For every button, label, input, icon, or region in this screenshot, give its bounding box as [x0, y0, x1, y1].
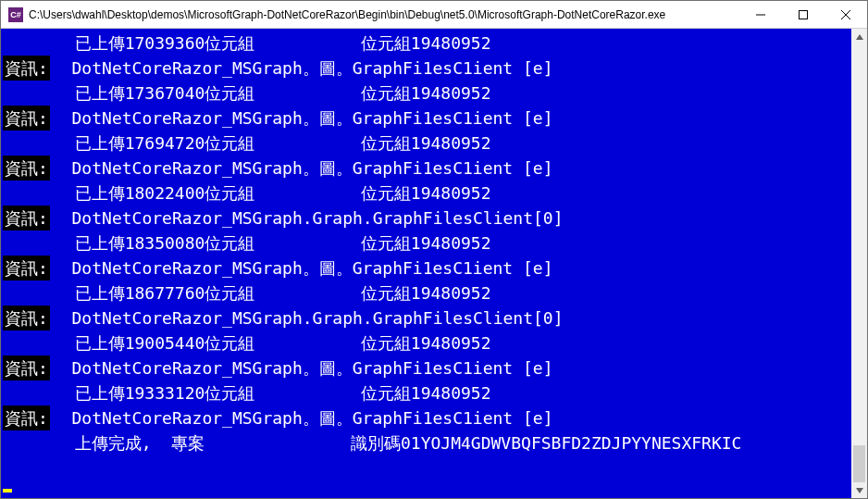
- uploaded-bytes: 已上傳17694720位元組: [55, 131, 351, 156]
- scrollbar-track[interactable]: [851, 44, 867, 482]
- upload-complete-line: 上傳完成, 專案識別碼01YOJM4GDWVBQFSBFD2ZDJPYYNESX…: [3, 430, 862, 455]
- log-level-badge: 資訊:: [3, 106, 50, 131]
- total-bytes: 位元組19480952: [351, 380, 491, 405]
- app-icon: C#: [8, 7, 23, 22]
- app-window: C# C:\Users\dwahl\Desktop\demos\Microsof…: [0, 0, 868, 499]
- log-source-line: 資訊: DotNetCoreRazor_MSGraph。圖。GraphFi1es…: [3, 356, 862, 380]
- upload-progress-line: 已上傳18350080位元組 位元組19480952: [3, 231, 862, 256]
- log-level-badge: 資訊:: [3, 306, 50, 331]
- total-bytes: 位元組19480952: [351, 81, 491, 106]
- upload-progress-line: 已上傳18022400位元組 位元組19480952: [3, 181, 862, 206]
- log-source-line: 資訊: DotNetCoreRazor_MSGraph。圖。GraphFi1es…: [3, 405, 862, 430]
- close-button[interactable]: [825, 1, 867, 28]
- minimize-button[interactable]: [739, 1, 782, 28]
- uploaded-bytes: 已上傳19333120位元組: [55, 380, 351, 405]
- upload-progress-line: 已上傳19333120位元組 位元組19480952: [3, 380, 862, 405]
- uploaded-bytes: 已上傳18350080位元組: [55, 231, 351, 256]
- log-source-text: DotNetCoreRazor_MSGraph。圖。GraphFi1esC1ie…: [72, 405, 553, 430]
- total-bytes: 位元組19480952: [351, 31, 491, 56]
- upload-progress-line: 已上傳17694720位元組 位元組19480952: [3, 131, 862, 156]
- console-area[interactable]: 已上傳17039360位元組 位元組19480952資訊: DotNetCore…: [1, 29, 867, 498]
- total-bytes: 位元組19480952: [351, 181, 491, 206]
- total-bytes: 位元組19480952: [351, 131, 491, 156]
- log-source-text: DotNetCoreRazor_MSGraph.Graph.GraphFiles…: [72, 206, 564, 231]
- window-controls: [739, 1, 867, 28]
- svg-marker-5: [856, 488, 863, 493]
- total-bytes: 位元組19480952: [351, 331, 491, 356]
- uploaded-bytes: 已上傳18677760位元組: [55, 281, 351, 306]
- svg-marker-4: [856, 34, 863, 40]
- upload-progress-line: 已上傳17039360位元組 位元組19480952: [3, 31, 862, 56]
- log-source-text: DotNetCoreRazor_MSGraph。圖。GraphFi1esC1ie…: [72, 256, 553, 281]
- svg-rect-1: [800, 10, 808, 19]
- log-level-badge: 資訊:: [3, 156, 50, 181]
- log-source-text: DotNetCoreRazor_MSGraph。圖。GraphFi1esC1ie…: [72, 156, 553, 181]
- scroll-up-button[interactable]: [851, 29, 867, 44]
- uploaded-bytes: 已上傳18022400位元組: [55, 181, 351, 206]
- log-level-badge: 資訊:: [3, 256, 50, 281]
- upload-complete-label: 上傳完成, 專案: [55, 430, 351, 455]
- log-source-line: 資訊: DotNetCoreRazor_MSGraph.Graph.GraphF…: [3, 206, 862, 231]
- upload-progress-line: 已上傳19005440位元組 位元組19480952: [3, 331, 862, 356]
- vertical-scrollbar[interactable]: [851, 29, 867, 498]
- scrollbar-thumb[interactable]: [853, 445, 865, 482]
- uploaded-bytes: 已上傳17367040位元組: [55, 81, 351, 106]
- uploaded-bytes: 已上傳17039360位元組: [55, 31, 351, 56]
- log-source-text: DotNetCoreRazor_MSGraph。圖。GraphFi1esC1ie…: [72, 106, 553, 131]
- log-source-text: DotNetCoreRazor_MSGraph。圖。GraphFi1esC1ie…: [72, 56, 553, 81]
- total-bytes: 位元組19480952: [351, 231, 491, 256]
- log-source-line: 資訊: DotNetCoreRazor_MSGraph。圖。GraphFi1es…: [3, 156, 862, 181]
- window-title: C:\Users\dwahl\Desktop\demos\MicrosoftGr…: [29, 8, 739, 21]
- log-source-line: 資訊: DotNetCoreRazor_MSGraph。圖。GraphFi1es…: [3, 56, 862, 81]
- log-source-text: DotNetCoreRazor_MSGraph。圖。GraphFi1esC1ie…: [72, 356, 553, 380]
- console-output: 已上傳17039360位元組 位元組19480952資訊: DotNetCore…: [3, 31, 862, 455]
- maximize-button[interactable]: [782, 1, 825, 28]
- upload-id: 識別碼01YOJM4GDWVBQFSBFD2ZDJPYYNESXFRKIC: [351, 430, 741, 455]
- cursor-icon: [3, 489, 12, 493]
- log-source-line: 資訊: DotNetCoreRazor_MSGraph。圖。GraphFi1es…: [3, 106, 862, 131]
- scroll-down-button[interactable]: [851, 482, 867, 498]
- uploaded-bytes: 已上傳19005440位元組: [55, 331, 351, 356]
- upload-progress-line: 已上傳18677760位元組 位元組19480952: [3, 281, 862, 306]
- log-level-badge: 資訊:: [3, 405, 50, 430]
- log-source-text: DotNetCoreRazor_MSGraph.Graph.GraphFiles…: [72, 306, 564, 331]
- total-bytes: 位元組19480952: [351, 281, 491, 306]
- log-source-line: 資訊: DotNetCoreRazor_MSGraph.Graph.GraphF…: [3, 306, 862, 331]
- log-level-badge: 資訊:: [3, 206, 50, 231]
- log-source-line: 資訊: DotNetCoreRazor_MSGraph。圖。GraphFi1es…: [3, 256, 862, 281]
- log-level-badge: 資訊:: [3, 56, 50, 81]
- upload-progress-line: 已上傳17367040位元組 位元組19480952: [3, 81, 862, 106]
- log-level-badge: 資訊:: [3, 356, 50, 380]
- titlebar[interactable]: C# C:\Users\dwahl\Desktop\demos\Microsof…: [1, 1, 867, 29]
